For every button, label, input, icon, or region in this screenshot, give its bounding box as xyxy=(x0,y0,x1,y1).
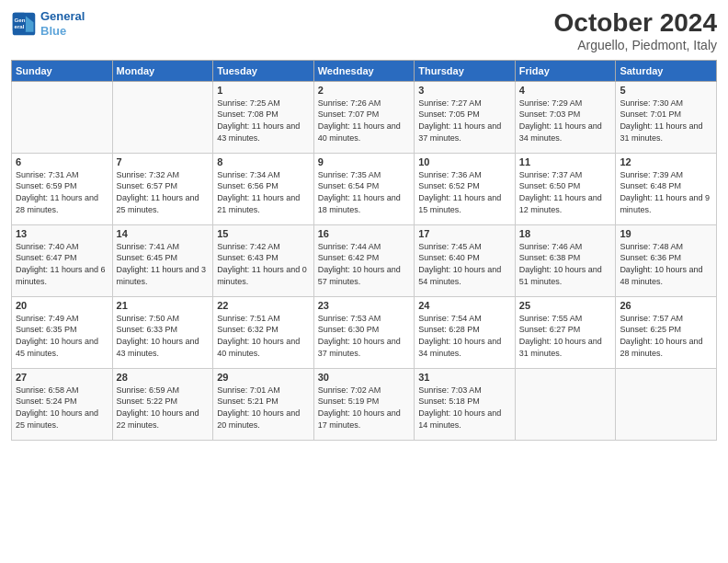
calendar-week-1: 1Sunrise: 7:25 AMSunset: 7:08 PMDaylight… xyxy=(12,81,717,153)
day-number: 10 xyxy=(418,156,511,167)
calendar-cell: 13Sunrise: 7:40 AMSunset: 6:47 PMDayligh… xyxy=(12,224,113,296)
cell-info: Sunrise: 7:02 AMSunset: 5:19 PMDaylight:… xyxy=(318,385,411,431)
calendar-cell xyxy=(112,81,213,153)
day-number: 8 xyxy=(217,156,310,167)
logo: Gen eral General Blue xyxy=(11,9,85,38)
day-number: 17 xyxy=(418,228,511,239)
cell-info: Sunrise: 7:37 AMSunset: 6:50 PMDaylight:… xyxy=(519,169,612,215)
calendar-cell: 5Sunrise: 7:30 AMSunset: 7:01 PMDaylight… xyxy=(616,81,717,153)
calendar-cell xyxy=(12,81,113,153)
cell-info: Sunrise: 7:54 AMSunset: 6:28 PMDaylight:… xyxy=(418,313,511,359)
calendar-cell: 12Sunrise: 7:39 AMSunset: 6:48 PMDayligh… xyxy=(616,153,717,224)
calendar-cell: 29Sunrise: 7:01 AMSunset: 5:21 PMDayligh… xyxy=(213,368,314,440)
calendar-week-3: 13Sunrise: 7:40 AMSunset: 6:47 PMDayligh… xyxy=(12,224,717,296)
calendar-table: SundayMondayTuesdayWednesdayThursdayFrid… xyxy=(11,60,717,441)
calendar-cell: 22Sunrise: 7:51 AMSunset: 6:32 PMDayligh… xyxy=(213,296,314,368)
calendar-cell: 17Sunrise: 7:45 AMSunset: 6:40 PMDayligh… xyxy=(415,224,516,296)
calendar-cell: 26Sunrise: 7:57 AMSunset: 6:25 PMDayligh… xyxy=(616,296,717,368)
calendar-cell: 27Sunrise: 6:58 AMSunset: 5:24 PMDayligh… xyxy=(12,368,113,440)
calendar-week-5: 27Sunrise: 6:58 AMSunset: 5:24 PMDayligh… xyxy=(12,368,717,440)
day-number: 21 xyxy=(117,300,210,311)
col-header-tuesday: Tuesday xyxy=(213,60,314,81)
calendar-cell xyxy=(616,368,717,440)
calendar-cell: 19Sunrise: 7:48 AMSunset: 6:36 PMDayligh… xyxy=(616,224,717,296)
cell-info: Sunrise: 7:31 AMSunset: 6:59 PMDaylight:… xyxy=(16,169,108,215)
col-header-monday: Monday xyxy=(112,60,213,81)
day-number: 12 xyxy=(620,156,712,167)
svg-text:eral: eral xyxy=(15,23,25,29)
cell-info: Sunrise: 7:27 AMSunset: 7:05 PMDaylight:… xyxy=(418,98,511,144)
calendar-cell: 21Sunrise: 7:50 AMSunset: 6:33 PMDayligh… xyxy=(112,296,213,368)
cell-info: Sunrise: 7:25 AMSunset: 7:08 PMDaylight:… xyxy=(217,98,310,144)
cell-info: Sunrise: 7:45 AMSunset: 6:40 PMDaylight:… xyxy=(418,241,511,287)
calendar-cell: 9Sunrise: 7:35 AMSunset: 6:54 PMDaylight… xyxy=(313,153,415,224)
cell-info: Sunrise: 7:39 AMSunset: 6:48 PMDaylight:… xyxy=(620,169,712,215)
calendar-cell: 23Sunrise: 7:53 AMSunset: 6:30 PMDayligh… xyxy=(313,296,415,368)
logo-icon: Gen eral xyxy=(11,11,37,37)
day-number: 28 xyxy=(117,372,210,383)
day-number: 16 xyxy=(318,228,411,239)
day-number: 31 xyxy=(418,372,511,383)
cell-info: Sunrise: 7:57 AMSunset: 6:25 PMDaylight:… xyxy=(620,313,712,359)
day-number: 18 xyxy=(519,228,612,239)
calendar-cell: 25Sunrise: 7:55 AMSunset: 6:27 PMDayligh… xyxy=(515,296,616,368)
day-number: 26 xyxy=(620,300,712,311)
day-number: 2 xyxy=(318,85,411,96)
cell-info: Sunrise: 7:32 AMSunset: 6:57 PMDaylight:… xyxy=(117,169,210,215)
day-number: 14 xyxy=(117,228,210,239)
cell-info: Sunrise: 7:50 AMSunset: 6:33 PMDaylight:… xyxy=(117,313,210,359)
calendar-header-row: SundayMondayTuesdayWednesdayThursdayFrid… xyxy=(12,60,717,81)
calendar-cell: 1Sunrise: 7:25 AMSunset: 7:08 PMDaylight… xyxy=(213,81,314,153)
day-number: 27 xyxy=(16,372,108,383)
day-number: 6 xyxy=(16,156,108,167)
cell-info: Sunrise: 7:36 AMSunset: 6:52 PMDaylight:… xyxy=(418,169,511,215)
day-number: 15 xyxy=(217,228,310,239)
calendar-cell: 15Sunrise: 7:42 AMSunset: 6:43 PMDayligh… xyxy=(213,224,314,296)
day-number: 25 xyxy=(519,300,612,311)
day-number: 1 xyxy=(217,85,310,96)
logo-text: General Blue xyxy=(40,9,85,38)
cell-info: Sunrise: 7:40 AMSunset: 6:47 PMDaylight:… xyxy=(16,241,108,287)
day-number: 5 xyxy=(620,85,712,96)
calendar-week-2: 6Sunrise: 7:31 AMSunset: 6:59 PMDaylight… xyxy=(12,153,717,224)
cell-info: Sunrise: 7:03 AMSunset: 5:18 PMDaylight:… xyxy=(418,385,511,431)
day-number: 19 xyxy=(620,228,712,239)
cell-info: Sunrise: 7:46 AMSunset: 6:38 PMDaylight:… xyxy=(519,241,612,287)
day-number: 23 xyxy=(318,300,411,311)
title-block: October 2024 Arguello, Piedmont, Italy xyxy=(554,9,717,52)
calendar-cell: 28Sunrise: 6:59 AMSunset: 5:22 PMDayligh… xyxy=(112,368,213,440)
calendar-cell: 24Sunrise: 7:54 AMSunset: 6:28 PMDayligh… xyxy=(415,296,516,368)
cell-info: Sunrise: 7:48 AMSunset: 6:36 PMDaylight:… xyxy=(620,241,712,287)
cell-info: Sunrise: 7:55 AMSunset: 6:27 PMDaylight:… xyxy=(519,313,612,359)
cell-info: Sunrise: 7:44 AMSunset: 6:42 PMDaylight:… xyxy=(318,241,411,287)
col-header-friday: Friday xyxy=(515,60,616,81)
calendar-cell: 31Sunrise: 7:03 AMSunset: 5:18 PMDayligh… xyxy=(415,368,516,440)
location-title: Arguello, Piedmont, Italy xyxy=(554,38,717,52)
day-number: 4 xyxy=(519,85,612,96)
calendar-cell: 20Sunrise: 7:49 AMSunset: 6:35 PMDayligh… xyxy=(12,296,113,368)
col-header-saturday: Saturday xyxy=(616,60,717,81)
cell-info: Sunrise: 7:49 AMSunset: 6:35 PMDaylight:… xyxy=(16,313,108,359)
cell-info: Sunrise: 7:29 AMSunset: 7:03 PMDaylight:… xyxy=(519,98,612,144)
calendar-cell: 14Sunrise: 7:41 AMSunset: 6:45 PMDayligh… xyxy=(112,224,213,296)
day-number: 20 xyxy=(16,300,108,311)
cell-info: Sunrise: 7:42 AMSunset: 6:43 PMDaylight:… xyxy=(217,241,310,287)
cell-info: Sunrise: 7:34 AMSunset: 6:56 PMDaylight:… xyxy=(217,169,310,215)
calendar-cell: 2Sunrise: 7:26 AMSunset: 7:07 PMDaylight… xyxy=(313,81,415,153)
day-number: 11 xyxy=(519,156,612,167)
svg-text:Gen: Gen xyxy=(15,17,26,23)
calendar-week-4: 20Sunrise: 7:49 AMSunset: 6:35 PMDayligh… xyxy=(12,296,717,368)
month-title: October 2024 xyxy=(554,9,717,38)
day-number: 29 xyxy=(217,372,310,383)
day-number: 9 xyxy=(318,156,411,167)
col-header-thursday: Thursday xyxy=(415,60,516,81)
day-number: 22 xyxy=(217,300,310,311)
calendar-cell: 10Sunrise: 7:36 AMSunset: 6:52 PMDayligh… xyxy=(415,153,516,224)
day-number: 24 xyxy=(418,300,511,311)
col-header-sunday: Sunday xyxy=(12,60,113,81)
calendar-cell: 6Sunrise: 7:31 AMSunset: 6:59 PMDaylight… xyxy=(12,153,113,224)
calendar-cell: 11Sunrise: 7:37 AMSunset: 6:50 PMDayligh… xyxy=(515,153,616,224)
cell-info: Sunrise: 6:58 AMSunset: 5:24 PMDaylight:… xyxy=(16,385,108,431)
col-header-wednesday: Wednesday xyxy=(313,60,415,81)
calendar-cell: 7Sunrise: 7:32 AMSunset: 6:57 PMDaylight… xyxy=(112,153,213,224)
